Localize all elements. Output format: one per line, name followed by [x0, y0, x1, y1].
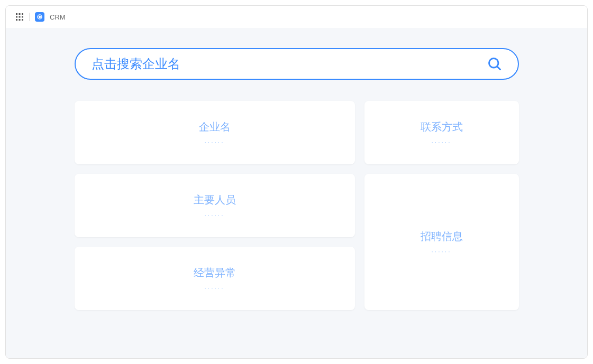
card-main-personnel[interactable]: 主要人员 ······ [75, 174, 355, 237]
card-title: 招聘信息 [421, 229, 463, 244]
search-bar[interactable]: 点击搜索企业名 [75, 48, 519, 80]
card-title: 企业名 [199, 120, 231, 134]
app-label: CRM [50, 13, 66, 21]
card-title: 联系方式 [421, 120, 463, 134]
card-title: 主要人员 [194, 193, 236, 207]
svg-rect-1 [19, 13, 21, 15]
card-dots: ······ [431, 138, 451, 146]
svg-rect-5 [22, 16, 23, 18]
card-dots: ······ [204, 284, 224, 292]
card-column-left: 企业名 ······ 主要人员 ······ 经营异常 ······ [75, 101, 355, 310]
card-dots: ······ [431, 248, 451, 255]
card-company-name[interactable]: 企业名 ······ [75, 101, 355, 164]
card-operation-abnormal[interactable]: 经营异常 ······ [75, 247, 355, 310]
svg-rect-0 [16, 13, 17, 15]
card-dots: ······ [204, 211, 224, 219]
svg-rect-8 [22, 19, 23, 21]
svg-line-12 [497, 67, 500, 69]
search-placeholder: 点击搜索企业名 [92, 55, 487, 72]
search-icon[interactable] [487, 57, 502, 71]
card-contact[interactable]: 联系方式 ······ [364, 101, 519, 164]
card-recruitment[interactable]: 招聘信息 ······ [364, 174, 519, 310]
card-title: 经营异常 [194, 266, 236, 280]
svg-rect-2 [22, 13, 23, 15]
card-dots: ······ [204, 138, 224, 146]
svg-rect-3 [16, 16, 17, 18]
svg-rect-7 [19, 19, 21, 21]
svg-point-10 [39, 16, 41, 18]
app-window: CRM 点击搜索企业名 企业名 ······ 主要人员 ······ [5, 5, 588, 359]
header-bar: CRM [6, 6, 587, 28]
card-grid: 企业名 ······ 主要人员 ······ 经营异常 ······ 联系方式 … [75, 101, 519, 310]
svg-rect-6 [16, 19, 17, 21]
crm-app-icon[interactable] [35, 12, 44, 22]
content-area: 点击搜索企业名 企业名 ······ 主要人员 ······ 经营 [6, 28, 587, 358]
card-column-right: 联系方式 ······ 招聘信息 ······ [364, 101, 519, 310]
svg-rect-4 [19, 16, 21, 18]
apps-grid-icon[interactable] [15, 13, 24, 21]
header-divider [29, 13, 30, 21]
